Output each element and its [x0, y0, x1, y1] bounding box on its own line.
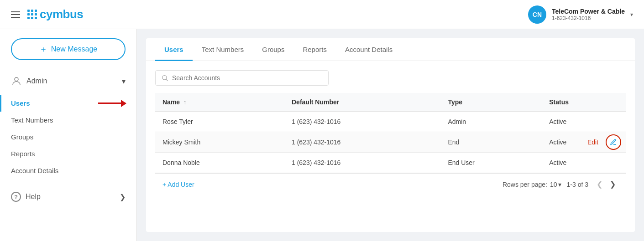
- help-icon: ?: [11, 192, 21, 202]
- logo: cymbus: [27, 7, 83, 21]
- tabs: Users Text Numbers Groups Reports Accoun…: [146, 38, 635, 61]
- tab-users[interactable]: Users: [155, 38, 193, 61]
- pencil-icon: [610, 138, 617, 146]
- col-status: Status: [542, 93, 626, 112]
- sidebar-item-groups[interactable]: Groups: [0, 128, 136, 145]
- sidebar-groups-label: Groups: [11, 133, 33, 141]
- tab-account-details-label: Account Details: [345, 46, 393, 53]
- table-header-row: Name ↑ Default Number Type Status: [155, 93, 626, 112]
- arrow-indicator-icon: [98, 103, 126, 104]
- sort-arrow-icon[interactable]: ↑: [183, 99, 186, 106]
- pagination-info: 1-3 of 3: [567, 181, 588, 188]
- cell-name: Donna Noble: [155, 153, 284, 173]
- cell-type: End: [440, 132, 542, 153]
- person-icon: [11, 76, 22, 87]
- table-row: Rose Tyler 1 (623) 432-1016 Admin Active: [155, 112, 626, 132]
- next-page-button[interactable]: ❯: [607, 178, 618, 190]
- sidebar-item-account-details[interactable]: Account Details: [0, 162, 136, 179]
- pagination: Rows per page: 10 ▾ 1-3 of 3 ❮ ❯: [503, 178, 618, 190]
- cell-default-number: 1 (623) 432-1016: [284, 112, 440, 132]
- avatar: CN: [528, 5, 546, 24]
- tab-account-details[interactable]: Account Details: [336, 38, 402, 61]
- sidebar-users-label: Users: [11, 99, 30, 107]
- tab-users-label: Users: [164, 46, 183, 53]
- rows-per-page-select[interactable]: 10 ▾: [550, 181, 561, 188]
- cell-status: Active: [542, 112, 626, 132]
- tab-groups-label: Groups: [262, 46, 284, 53]
- tab-reports-label: Reports: [303, 46, 327, 53]
- sidebar-text-numbers-label: Text Numbers: [11, 116, 53, 124]
- header-left: cymbus: [11, 7, 83, 21]
- search-input[interactable]: [172, 74, 323, 82]
- edit-button[interactable]: [606, 134, 621, 150]
- main: Users Text Numbers Groups Reports Accoun…: [137, 29, 644, 241]
- header-right: CN TeleCom Power & Cable 1-623-432-1016 …: [528, 5, 633, 24]
- sidebar-help-left: ? Help: [11, 192, 41, 202]
- sidebar: ＋ New Message Admin ▾ Users Text Numbers: [0, 29, 137, 241]
- page-nav: ❮ ❯: [594, 178, 618, 190]
- edit-label: Edit: [587, 138, 598, 146]
- sidebar-item-text-numbers[interactable]: Text Numbers: [0, 112, 136, 128]
- sidebar-account-details-label: Account Details: [11, 167, 58, 174]
- logo-dots-icon: [27, 10, 37, 19]
- sidebar-help-label: Help: [26, 193, 41, 201]
- search-bar: [155, 70, 329, 86]
- table-row: Mickey Smith 1 (623) 432-1016 End Active…: [155, 132, 626, 153]
- col-name: Name ↑: [155, 93, 284, 112]
- users-table: Name ↑ Default Number Type Status Rose T…: [155, 93, 626, 173]
- sidebar-item-users[interactable]: Users: [0, 95, 136, 112]
- col-type: Type: [440, 93, 542, 112]
- cell-name: Rose Tyler: [155, 112, 284, 132]
- header: cymbus CN TeleCom Power & Cable 1-623-43…: [0, 0, 644, 29]
- sidebar-nav: Users Text Numbers Groups Reports Accoun…: [0, 91, 136, 183]
- prev-page-button[interactable]: ❮: [594, 178, 605, 190]
- rows-per-page: Rows per page: 10 ▾: [503, 181, 561, 188]
- cell-name: Mickey Smith: [155, 132, 284, 153]
- new-message-button[interactable]: ＋ New Message: [11, 38, 126, 60]
- col-default-number: Default Number: [284, 93, 440, 112]
- sidebar-reports-label: Reports: [11, 150, 35, 158]
- cell-type: Admin: [440, 112, 542, 132]
- table-footer: + Add User Rows per page: 10 ▾ 1-3 of 3 …: [155, 173, 626, 195]
- account-phone: 1-623-432-1016: [552, 15, 625, 21]
- admin-label: Admin: [26, 77, 47, 85]
- rows-dropdown-icon: ▾: [558, 181, 561, 188]
- plus-icon: ＋: [39, 44, 47, 55]
- tab-text-numbers-label: Text Numbers: [202, 46, 244, 53]
- search-icon: [161, 74, 168, 82]
- rows-per-page-value: 10: [550, 181, 557, 188]
- svg-point-0: [15, 77, 18, 81]
- logo-text: cymbus: [40, 7, 83, 21]
- account-name: TeleCom Power & Cable: [552, 8, 625, 15]
- account-dropdown-icon[interactable]: ▾: [630, 11, 633, 18]
- rows-per-page-label: Rows per page:: [503, 181, 547, 188]
- content: Name ↑ Default Number Type Status Rose T…: [146, 61, 635, 204]
- admin-menu[interactable]: Admin ▾: [0, 71, 136, 91]
- tab-reports[interactable]: Reports: [293, 38, 336, 61]
- cell-status: Active Edit: [542, 132, 626, 153]
- cell-type: End User: [440, 153, 542, 173]
- account-info: TeleCom Power & Cable 1-623-432-1016: [552, 8, 625, 21]
- admin-chevron-icon: ▾: [122, 77, 126, 86]
- menu-icon[interactable]: [11, 11, 20, 18]
- svg-point-1: [162, 76, 167, 80]
- cell-default-number: 1 (623) 432-1016: [284, 132, 440, 153]
- table-row: Donna Noble 1 (623) 432-1016 End User Ac…: [155, 153, 626, 173]
- cell-default-number: 1 (623) 432-1016: [284, 153, 440, 173]
- help-chevron-icon: ❯: [120, 193, 126, 201]
- svg-line-2: [166, 79, 168, 81]
- cell-status: Active: [542, 153, 626, 173]
- add-user-button[interactable]: + Add User: [162, 181, 194, 188]
- sidebar-item-reports[interactable]: Reports: [0, 145, 136, 162]
- admin-menu-left: Admin: [11, 76, 47, 87]
- sidebar-help[interactable]: ? Help ❯: [0, 186, 136, 207]
- layout: ＋ New Message Admin ▾ Users Text Numbers: [0, 29, 644, 241]
- tab-groups[interactable]: Groups: [253, 38, 293, 61]
- main-inner: Users Text Numbers Groups Reports Accoun…: [146, 38, 635, 232]
- tab-text-numbers[interactable]: Text Numbers: [193, 38, 253, 61]
- new-message-label: New Message: [51, 45, 97, 53]
